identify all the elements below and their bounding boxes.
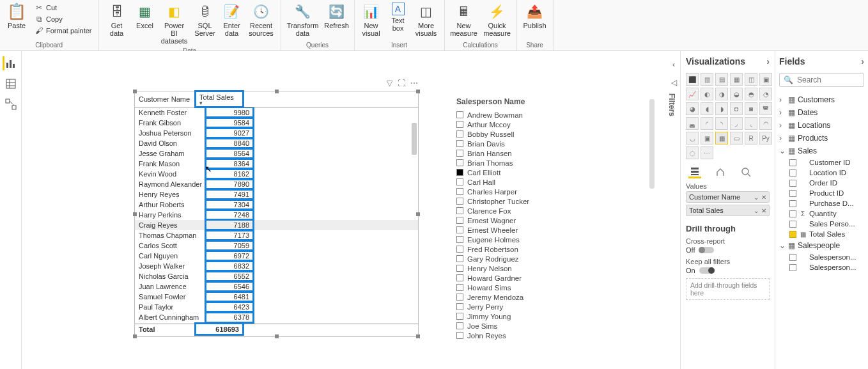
checkbox-icon[interactable] — [456, 284, 463, 291]
table-row[interactable]: Paul Taylor6423 — [135, 302, 418, 312]
slicer-item[interactable]: Charles Harper — [456, 187, 623, 196]
viz-type-icon[interactable]: ◑ — [715, 88, 728, 100]
drillthrough-well[interactable]: Add drill-through fields here — [686, 278, 770, 300]
checkbox-icon[interactable] — [456, 178, 463, 185]
publish-button[interactable]: 📤Publish — [521, 1, 549, 31]
checkbox-icon[interactable] — [456, 265, 463, 272]
field-checkbox[interactable] — [789, 231, 796, 238]
checkbox-icon[interactable] — [456, 111, 463, 118]
canvas-scrollbar[interactable] — [649, 99, 655, 342]
viz-type-icon[interactable]: ▦ — [715, 132, 728, 145]
checkbox-icon[interactable] — [456, 246, 463, 253]
table-row[interactable]: Thomas Chapman7173 — [135, 230, 418, 240]
slicer-item[interactable]: Jeremy Mendoza — [456, 292, 623, 302]
field-checkbox[interactable] — [789, 254, 796, 261]
table-row[interactable]: David Olson8840 — [135, 138, 418, 148]
field-checkbox[interactable] — [789, 264, 796, 271]
viz-type-icon[interactable]: ◔ — [759, 88, 772, 100]
checkbox-icon[interactable] — [456, 150, 463, 157]
more-options-icon[interactable]: ⋯ — [410, 79, 418, 88]
checkbox-icon[interactable] — [456, 130, 463, 137]
expand-filters-icon[interactable]: ‹ — [667, 58, 680, 72]
recent-sources-button[interactable]: 🕓Recent sources — [246, 1, 277, 38]
table-row[interactable]: Nicholas Garcia6552 — [135, 271, 418, 281]
table-row[interactable]: Albert Cunningham6378 — [135, 312, 418, 322]
table-visual[interactable]: ▽ ⛶ ⋯ Customer Name Total Sales▾ Kenneth… — [134, 91, 419, 337]
viz-type-icon[interactable]: ◐ — [701, 88, 713, 100]
table-row[interactable]: Frank Mason8364 — [135, 159, 418, 169]
table-row[interactable]: Joseph Walker6832 — [135, 261, 418, 271]
powerbi-datasets-button[interactable]: ◧Power BI datasets — [159, 1, 190, 46]
filters-pane-collapsed[interactable]: ‹ ◁ Filters — [667, 58, 680, 134]
slicer-item[interactable]: Bobby Russell — [456, 129, 623, 139]
fields-table-node[interactable]: ›▦Locations — [779, 119, 864, 132]
chevron-right-icon[interactable]: › — [779, 95, 786, 104]
slicer-item[interactable]: Andrew Bowman — [456, 110, 623, 120]
slicer-item[interactable]: Brian Thomas — [456, 158, 623, 168]
viz-type-icon[interactable]: 📈 — [686, 88, 699, 100]
field-checkbox[interactable] — [789, 190, 796, 197]
viz-type-icon[interactable]: ◝ — [715, 117, 728, 130]
table-row[interactable]: Henry Reyes7491 — [135, 189, 418, 200]
resize-handle[interactable] — [275, 90, 279, 93]
model-view-button[interactable] — [4, 97, 18, 111]
remove-icon[interactable]: ✕ — [761, 207, 766, 214]
viz-type-icon[interactable]: ▭ — [730, 132, 743, 145]
table-row[interactable]: Harry Perkins7248 — [135, 210, 418, 220]
chevron-down-icon[interactable]: ⌄ — [754, 194, 759, 201]
copy-button[interactable]: ⧉Copy — [32, 14, 95, 24]
remove-icon[interactable]: ✕ — [761, 194, 766, 201]
viz-type-icon[interactable]: ◘ — [730, 102, 743, 115]
viz-type-icon[interactable]: ◚ — [759, 102, 772, 115]
table-row[interactable]: Frank Gibson9584 — [135, 118, 418, 128]
chevron-right-icon[interactable]: › — [779, 121, 786, 130]
viz-type-icon[interactable]: ◠ — [759, 117, 772, 130]
viz-type-icon[interactable]: ▤ — [715, 73, 728, 86]
field-checkbox[interactable] — [789, 221, 796, 228]
table-row[interactable]: Joshua Peterson9027 — [135, 128, 418, 138]
checkbox-icon[interactable] — [456, 159, 463, 166]
viz-type-icon[interactable]: ◕ — [686, 102, 699, 115]
field-node[interactable]: Purchase D... — [779, 198, 864, 208]
table-row[interactable]: Carl Nguyen6972 — [135, 251, 418, 261]
slicer-item[interactable]: Brian Davis — [456, 139, 623, 148]
slicer-item[interactable]: Jimmy Young — [456, 311, 623, 321]
checkbox-icon[interactable] — [456, 332, 463, 339]
checkbox-icon[interactable] — [456, 236, 463, 243]
viz-type-icon[interactable]: ◛ — [686, 117, 699, 130]
sql-server-button[interactable]: 🛢SQL Server — [192, 1, 218, 38]
refresh-button[interactable]: 🔄Refresh — [323, 1, 350, 31]
chevron-right-icon[interactable]: › — [779, 134, 786, 143]
viz-type-icon[interactable]: ◌ — [686, 146, 699, 159]
new-measure-button[interactable]: 🖩New measure — [449, 1, 479, 38]
paste-button[interactable]: 📋 Paste — [4, 1, 29, 31]
field-node[interactable]: Location ID — [779, 168, 864, 178]
slicer-item[interactable]: Christopher Tucker — [456, 196, 623, 206]
viz-type-icon[interactable]: ◡ — [686, 132, 699, 145]
table-row[interactable]: Jesse Graham8564 — [135, 148, 418, 159]
slicer-item[interactable]: Howard Gardner — [456, 273, 623, 283]
checkbox-icon[interactable] — [456, 198, 463, 205]
scrollbar-thumb[interactable] — [649, 99, 655, 189]
field-pill-total-sales[interactable]: Total Sales⌄✕ — [686, 205, 770, 216]
field-node[interactable]: Product ID — [779, 188, 864, 198]
table-row[interactable]: Samuel Fowler6481 — [135, 292, 418, 302]
new-visual-button[interactable]: 📊New visual — [359, 1, 384, 38]
slicer-item[interactable]: Carl Hall — [456, 177, 623, 187]
field-node[interactable]: ΣQuantity — [779, 208, 864, 219]
keep-filters-toggle[interactable] — [699, 267, 715, 274]
fields-table-node[interactable]: ›▦Products — [779, 132, 864, 145]
checkbox-icon[interactable] — [456, 140, 463, 147]
report-view-button[interactable] — [3, 56, 17, 70]
viz-type-icon[interactable]: ◓ — [745, 88, 757, 100]
field-checkbox[interactable] — [789, 210, 796, 217]
viz-type-icon[interactable]: ◞ — [730, 117, 743, 130]
fields-table-node[interactable]: ›▦Customers — [779, 93, 864, 106]
field-node[interactable]: Order ID — [779, 178, 864, 188]
checkbox-icon[interactable] — [456, 121, 463, 128]
chevron-down-icon[interactable]: ⌄ — [779, 241, 786, 250]
resize-handle[interactable] — [275, 334, 279, 338]
focus-mode-icon[interactable]: ⛶ — [398, 79, 405, 88]
field-node[interactable]: Salesperson... — [779, 262, 864, 272]
checkbox-icon[interactable] — [456, 322, 463, 329]
